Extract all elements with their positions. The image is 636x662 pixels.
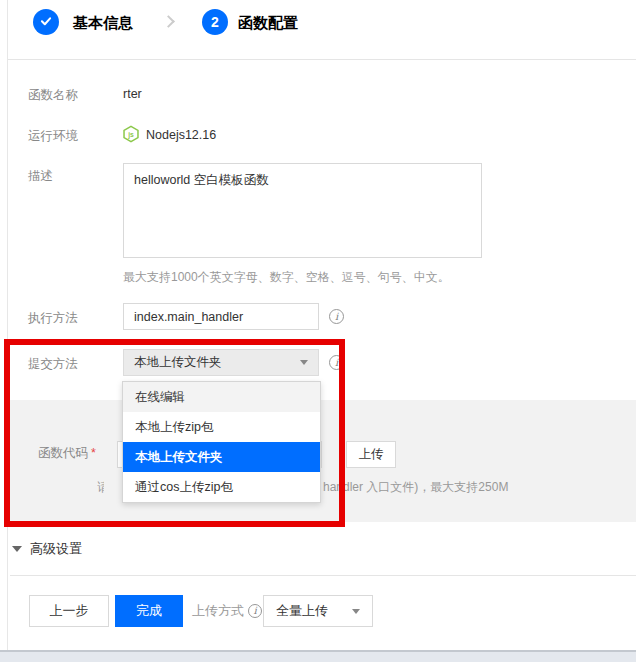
function-name-label: 函数名称 <box>28 87 78 104</box>
runtime-label: 运行环境 <box>28 128 78 145</box>
step1-done-circle[interactable] <box>33 9 59 35</box>
header-divider <box>8 59 636 60</box>
submit-method-info-icon[interactable]: i <box>329 355 344 370</box>
upload-button[interactable]: 上传 <box>346 441 396 468</box>
dropdown-option-online-edit[interactable]: 在线编辑 <box>123 382 320 412</box>
triangle-down-icon <box>12 546 22 552</box>
required-asterisk: * <box>91 446 96 460</box>
submit-method-value: 本地上传文件夹 <box>134 354 222 371</box>
handler-input[interactable] <box>123 303 319 330</box>
dropdown-option-upload-zip[interactable]: 本地上传zip包 <box>123 412 320 442</box>
handler-info-icon[interactable]: i <box>329 309 344 324</box>
description-help: 最大支持1000个英文字母、数字、空格、逗号、句号、中文。 <box>123 269 450 286</box>
dropdown-option-cos-zip[interactable]: 通过cos上传zip包 <box>123 472 320 502</box>
submit-method-dropdown-menu: 在线编辑 本地上传zip包 本地上传文件夹 通过cos上传zip包 <box>122 381 321 503</box>
svg-text:js: js <box>127 131 134 139</box>
content-panel <box>7 0 636 650</box>
page-background-strip <box>0 652 636 662</box>
caret-down-icon <box>352 609 360 614</box>
upload-mode-label: 上传方式 i <box>192 602 262 620</box>
upload-mode-select[interactable]: 全量上传 <box>263 595 373 627</box>
check-icon <box>39 14 53 31</box>
step2-label: 函数配置 <box>238 13 298 33</box>
advanced-settings-label: 高级设置 <box>30 540 82 558</box>
advanced-settings-toggle[interactable]: 高级设置 <box>12 540 82 558</box>
submit-method-label: 提交方法 <box>28 356 78 373</box>
step2-number-circle: 2 <box>202 9 228 35</box>
function-code-panel <box>10 400 636 522</box>
code-help-fragment-right: handler 入口文件)，最大支持250M <box>323 479 508 496</box>
step2-number: 2 <box>211 14 219 30</box>
dropdown-option-upload-folder[interactable]: 本地上传文件夹 <box>123 442 320 472</box>
function-name-value: rter <box>123 87 142 101</box>
prev-step-button[interactable]: 上一步 <box>29 595 109 627</box>
footer-divider <box>10 575 636 576</box>
function-code-label: 函数代码* <box>38 445 96 462</box>
description-textarea[interactable]: helloworld 空白模板函数 <box>123 163 482 258</box>
caret-down-icon <box>300 360 308 365</box>
step1-label[interactable]: 基本信息 <box>73 13 133 33</box>
nodejs-icon: js <box>122 125 140 147</box>
code-help-fragment-left: 请 <box>97 479 104 496</box>
upload-mode-value: 全量上传 <box>276 602 328 620</box>
finish-button[interactable]: 完成 <box>115 595 183 627</box>
description-label: 描述 <box>28 168 53 185</box>
upload-mode-info-icon[interactable]: i <box>248 604 262 618</box>
runtime-value: Nodejs12.16 <box>146 128 216 142</box>
submit-method-select[interactable]: 本地上传文件夹 <box>123 349 319 376</box>
handler-label: 执行方法 <box>28 310 78 327</box>
